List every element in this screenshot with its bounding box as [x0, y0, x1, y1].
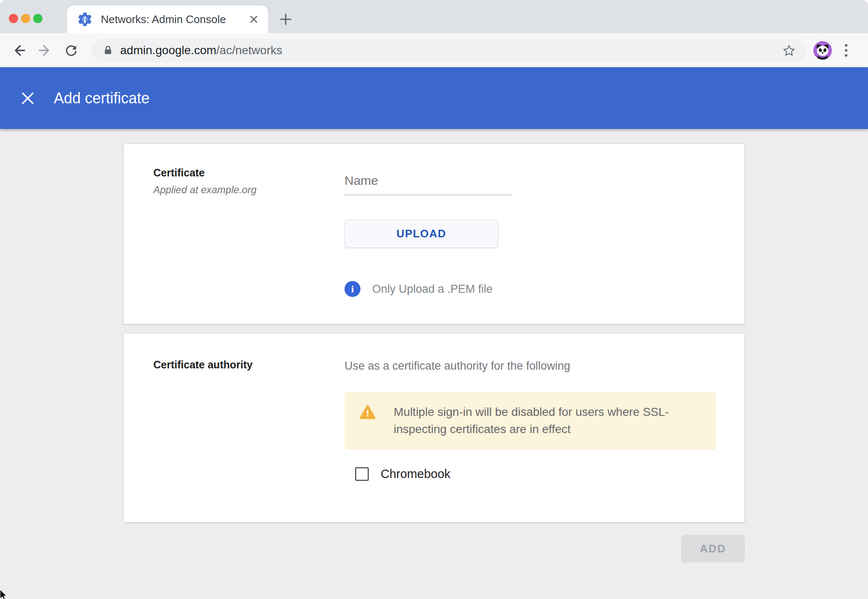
certificate-authority-card: Certificate authority Use as a certifica…	[124, 334, 744, 522]
browser-window: Networks: Admin Console	[0, 0, 868, 599]
reload-button[interactable]	[61, 41, 81, 60]
tab-title: Networks: Admin Console	[101, 13, 248, 26]
lock-icon[interactable]	[103, 45, 113, 56]
upload-button[interactable]: UPLOAD	[345, 219, 498, 248]
add-button[interactable]: ADD	[681, 535, 745, 562]
window-close-button[interactable]	[9, 14, 18, 23]
reload-icon	[63, 42, 79, 58]
chromebook-checkbox-row: Chromebook	[355, 467, 450, 481]
new-tab-button[interactable]	[276, 10, 295, 29]
admin-console-favicon-icon	[76, 11, 93, 28]
upload-info-row: i Only Upload a .PEM file	[345, 281, 493, 297]
warning-banner: Multiple sign-in will be disabled for us…	[345, 392, 716, 450]
forward-button[interactable]	[35, 41, 55, 60]
chromebook-checkbox-label: Chromebook	[381, 467, 450, 481]
browser-toolbar: admin.google.com/ac/networks	[0, 33, 868, 67]
tab-strip: Networks: Admin Console	[0, 0, 868, 33]
page-title: Add certificate	[54, 89, 150, 107]
window-zoom-button[interactable]	[33, 14, 42, 23]
warning-triangle-icon	[358, 403, 377, 421]
browser-menu-button[interactable]	[841, 41, 851, 60]
window-minimize-button[interactable]	[21, 14, 30, 23]
certificate-name-input[interactable]	[345, 173, 512, 195]
dot-icon	[845, 44, 847, 47]
profile-avatar[interactable]	[813, 41, 832, 60]
url-domain: admin.google.com	[120, 44, 216, 57]
url-bar[interactable]: admin.google.com/ac/networks	[92, 39, 806, 62]
certificate-card-subtitle: Applied at example.org	[153, 184, 256, 196]
authority-card-title: Certificate authority	[153, 359, 253, 371]
authority-description: Use as a certificate authority for the f…	[345, 360, 570, 373]
url-path: /ac/networks	[216, 44, 282, 57]
dialog-header: Add certificate	[0, 67, 868, 129]
back-button[interactable]	[9, 41, 29, 60]
certificate-card: Certificate Applied at example.org UPLOA…	[124, 144, 744, 324]
browser-tab[interactable]: Networks: Admin Console	[67, 5, 268, 33]
plus-icon	[279, 12, 293, 26]
tab-close-icon[interactable]	[248, 13, 260, 25]
certificate-card-title: Certificate	[153, 167, 256, 179]
authority-label-block: Certificate authority	[153, 359, 253, 371]
back-arrow-icon	[11, 42, 27, 58]
url-text: admin.google.com/ac/networks	[120, 44, 782, 57]
mouse-cursor	[0, 590, 7, 599]
forward-arrow-icon	[37, 42, 53, 58]
bookmark-star-icon[interactable]	[782, 44, 796, 57]
certificate-label-block: Certificate Applied at example.org	[153, 167, 256, 196]
warning-text: Multiple sign-in will be disabled for us…	[394, 403, 696, 438]
dot-icon	[845, 49, 847, 52]
dot-icon	[845, 54, 847, 57]
upload-info-text: Only Upload a .PEM file	[372, 283, 493, 296]
panda-avatar-icon	[813, 41, 832, 60]
close-dialog-icon[interactable]	[20, 91, 35, 106]
info-icon: i	[345, 281, 360, 297]
chromebook-checkbox[interactable]	[355, 467, 369, 481]
